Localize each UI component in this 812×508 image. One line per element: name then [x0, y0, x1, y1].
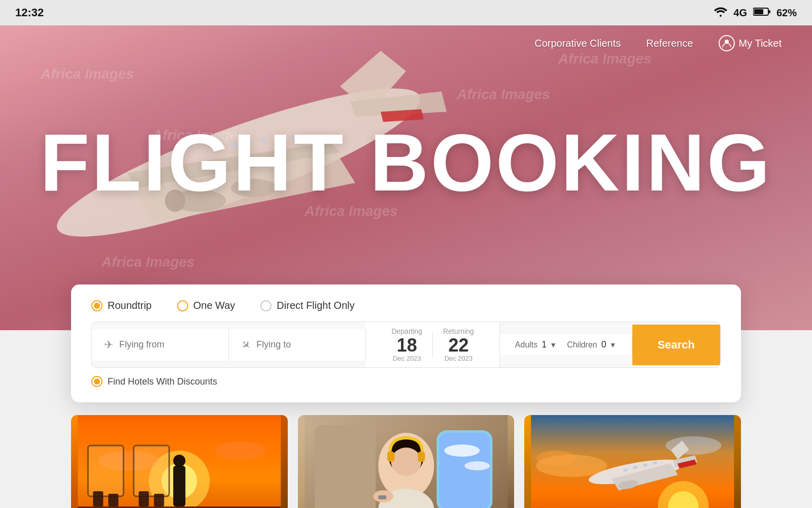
children-value: 0	[601, 339, 606, 350]
departing-month: Dec 2023	[391, 355, 422, 362]
departing-date[interactable]: Departing 18 Dec 2023	[381, 327, 432, 362]
returning-month: Dec 2023	[443, 355, 474, 362]
departing-day: 18	[391, 336, 422, 355]
navbar: Corporative Clients Reference My Ticket	[0, 25, 812, 61]
image-card-passenger[interactable]	[298, 415, 515, 508]
passengers-section: Adults 1 ▼ Children 0 ▼	[500, 334, 632, 355]
flying-from-input[interactable]	[119, 339, 216, 350]
oneway-option[interactable]: One Way	[177, 300, 235, 311]
oneway-radio[interactable]	[177, 300, 188, 311]
svg-rect-2	[769, 10, 770, 13]
svg-rect-43	[418, 452, 425, 462]
svg-rect-30	[154, 494, 164, 506]
svg-rect-1	[754, 9, 763, 14]
search-fields-row: ✈ ✈ Departing 18 Dec 2023 Returning 22 D…	[91, 322, 721, 368]
svg-rect-38	[315, 425, 376, 508]
svg-point-23	[215, 441, 265, 460]
svg-point-36	[444, 444, 480, 457]
image-card-airplane[interactable]	[524, 415, 741, 508]
nav-reference[interactable]: Reference	[646, 38, 693, 49]
bottom-images-row	[71, 415, 741, 508]
children-select[interactable]: 0 ▼	[601, 339, 617, 350]
arrival-plane-icon: ✈	[238, 337, 254, 353]
roundtrip-option[interactable]: Roundtrip	[91, 300, 152, 311]
battery-percent: 62%	[776, 7, 797, 19]
flying-to-input[interactable]	[256, 339, 353, 350]
airplane-scene	[524, 415, 741, 508]
status-indicators: 4G 62%	[714, 7, 797, 19]
adults-select[interactable]: 1 ▼	[542, 339, 557, 350]
status-bar: 12:32 4G 62%	[0, 0, 812, 25]
adults-value: 1	[542, 339, 547, 350]
direct-radio[interactable]	[260, 300, 272, 311]
flying-from-field[interactable]: ✈	[92, 329, 229, 361]
status-time: 12:32	[15, 6, 44, 19]
nav-corporative-clients[interactable]: Corporative Clients	[534, 38, 621, 49]
search-button[interactable]: Search	[632, 325, 720, 365]
image-card-airport[interactable]	[71, 415, 288, 508]
children-group[interactable]: Children 0 ▼	[567, 339, 616, 350]
svg-point-32	[173, 455, 185, 467]
hotels-option[interactable]: Find Hotels With Discounts	[91, 376, 721, 387]
wifi-icon	[714, 7, 727, 19]
date-range-section[interactable]: Departing 18 Dec 2023 Returning 22 Dec 2…	[366, 322, 499, 367]
hotels-radio[interactable]	[91, 376, 103, 387]
oneway-label: One Way	[193, 300, 235, 311]
flying-to-field[interactable]: ✈	[229, 329, 366, 361]
returning-label: Returning	[443, 327, 474, 335]
roundtrip-label: Roundtrip	[108, 300, 152, 311]
user-icon	[719, 35, 735, 51]
children-label: Children	[567, 340, 597, 350]
returning-day: 22	[443, 336, 474, 355]
adults-group[interactable]: Adults 1 ▼	[515, 339, 557, 350]
svg-rect-46	[378, 495, 386, 499]
adults-chevron-icon: ▼	[550, 341, 557, 349]
departing-label: Departing	[391, 327, 422, 335]
airport-scene	[71, 415, 288, 508]
svg-point-41	[391, 448, 421, 476]
signal-label: 4G	[733, 7, 747, 19]
svg-rect-42	[387, 452, 394, 462]
svg-rect-27	[93, 491, 103, 506]
roundtrip-radio[interactable]	[91, 300, 103, 311]
my-ticket-label: My Ticket	[739, 38, 782, 49]
svg-point-37	[464, 461, 490, 470]
direct-option[interactable]: Direct Flight Only	[260, 300, 354, 311]
svg-rect-35	[439, 433, 490, 508]
battery-icon	[753, 7, 770, 19]
svg-rect-25	[88, 446, 123, 496]
returning-date[interactable]: Returning 22 Dec 2023	[433, 327, 484, 362]
departure-plane-icon: ✈	[104, 338, 113, 352]
hotels-label: Find Hotels With Discounts	[108, 376, 217, 387]
adults-label: Adults	[515, 340, 537, 350]
children-chevron-icon: ▼	[610, 341, 617, 349]
svg-rect-26	[133, 446, 169, 496]
svg-rect-29	[139, 491, 149, 506]
passenger-scene	[298, 415, 515, 508]
hero-title: FLIGHT BOOKING	[40, 116, 772, 209]
svg-rect-28	[108, 494, 118, 506]
search-panel: Roundtrip One Way Direct Flight Only ✈ ✈…	[71, 284, 741, 402]
svg-rect-31	[173, 466, 185, 506]
trip-type-options: Roundtrip One Way Direct Flight Only	[91, 300, 721, 311]
direct-label: Direct Flight Only	[277, 300, 354, 311]
svg-point-51	[536, 451, 577, 466]
nav-my-ticket[interactable]: My Ticket	[719, 35, 782, 51]
